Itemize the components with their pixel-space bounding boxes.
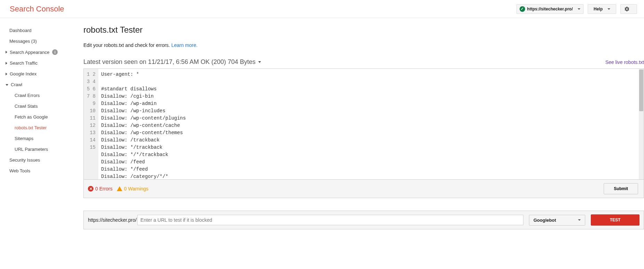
errors-count: 0 Errors bbox=[95, 186, 113, 191]
bot-select[interactable]: Googlebot bbox=[529, 215, 585, 226]
sidebar-item-robots-tester[interactable]: robots.txt Tester bbox=[0, 122, 73, 133]
version-label: Latest version seen on 11/21/17, 6:56 AM… bbox=[83, 58, 255, 66]
robots-editor[interactable]: 1 2 3 4 5 6 7 8 9 10 11 12 13 14 15 User… bbox=[83, 68, 644, 180]
scrollbar-thumb[interactable] bbox=[639, 70, 643, 111]
chevron-down-icon bbox=[6, 84, 8, 86]
url-prefix: https://sitechecker.pro/ bbox=[88, 217, 137, 223]
sidebar-item-security[interactable]: Security Issues bbox=[0, 155, 73, 165]
warning-icon bbox=[117, 186, 122, 191]
error-icon: ✕ bbox=[88, 186, 93, 191]
settings-button[interactable] bbox=[620, 4, 637, 14]
app-logo[interactable]: Search Console bbox=[10, 5, 516, 14]
sidebar-item-sitemaps[interactable]: Sitemaps bbox=[0, 133, 73, 144]
sidebar-group-search-appearance[interactable]: Search Appearance i bbox=[0, 47, 73, 58]
sidebar-item-web-tools[interactable]: Web Tools bbox=[0, 165, 73, 176]
sidebar-group-label: Crawl bbox=[11, 82, 22, 87]
page-subtitle: Edit your robots.txt and check for error… bbox=[83, 42, 644, 48]
property-url: https://sitechecker.pro/ bbox=[527, 7, 573, 11]
sidebar-item-fetch[interactable]: Fetch as Google bbox=[0, 112, 73, 122]
chevron-down-icon bbox=[578, 219, 581, 221]
status-bar: ✕ 0 Errors 0 Warnings Submit bbox=[83, 180, 644, 198]
code-content[interactable]: User-agent: * #standart disallows Disall… bbox=[98, 69, 644, 179]
sidebar-item-messages[interactable]: Messages (3) bbox=[0, 36, 73, 47]
sidebar-group-google-index[interactable]: Google Index bbox=[0, 68, 73, 79]
test-bar: https://sitechecker.pro/ Googlebot TEST bbox=[83, 211, 644, 229]
line-gutter: 1 2 3 4 5 6 7 8 9 10 11 12 13 14 15 bbox=[84, 69, 98, 179]
verified-icon: ✓ bbox=[520, 6, 525, 12]
sidebar-item-dashboard[interactable]: Dashboard bbox=[0, 25, 73, 36]
chevron-down-icon bbox=[258, 61, 261, 63]
chevron-right-icon bbox=[6, 73, 7, 75]
chevron-down-icon bbox=[608, 8, 610, 10]
chevron-right-icon bbox=[6, 51, 7, 54]
help-label: Help bbox=[594, 7, 603, 11]
subtitle-text: Edit your robots.txt and check for error… bbox=[83, 42, 171, 48]
scrollbar[interactable] bbox=[639, 69, 644, 179]
version-dropdown[interactable]: Latest version seen on 11/21/17, 6:56 AM… bbox=[83, 58, 605, 66]
test-url-input[interactable] bbox=[137, 215, 523, 225]
sidebar-group-search-traffic[interactable]: Search Traffic bbox=[0, 58, 73, 68]
help-button[interactable]: Help bbox=[588, 4, 616, 14]
sidebar-group-crawl[interactable]: Crawl bbox=[0, 79, 73, 90]
page-title: robots.txt Tester bbox=[83, 25, 644, 35]
sidebar-group-label: Search Appearance bbox=[10, 50, 49, 55]
warnings-count: 0 Warnings bbox=[124, 186, 148, 191]
chevron-down-icon bbox=[578, 8, 580, 10]
live-robots-link[interactable]: See live robots.txt bbox=[605, 59, 644, 65]
sidebar-item-url-params[interactable]: URL Parameters bbox=[0, 144, 73, 155]
sidebar-group-label: Search Traffic bbox=[10, 60, 38, 66]
bot-label: Googlebot bbox=[533, 218, 556, 223]
learn-more-link[interactable]: Learn more. bbox=[171, 42, 197, 48]
test-button[interactable]: TEST bbox=[591, 214, 639, 226]
chevron-right-icon bbox=[6, 62, 7, 65]
submit-button[interactable]: Submit bbox=[604, 183, 638, 194]
gear-icon bbox=[624, 6, 630, 12]
sidebar-group-label: Google Index bbox=[10, 71, 36, 76]
property-selector[interactable]: ✓ https://sitechecker.pro/ bbox=[516, 4, 584, 14]
sidebar-item-crawl-errors[interactable]: Crawl Errors bbox=[0, 90, 73, 101]
sidebar-item-crawl-stats[interactable]: Crawl Stats bbox=[0, 101, 73, 112]
sidebar: Dashboard Messages (3) Search Appearance… bbox=[0, 18, 73, 236]
info-icon: i bbox=[52, 49, 58, 55]
